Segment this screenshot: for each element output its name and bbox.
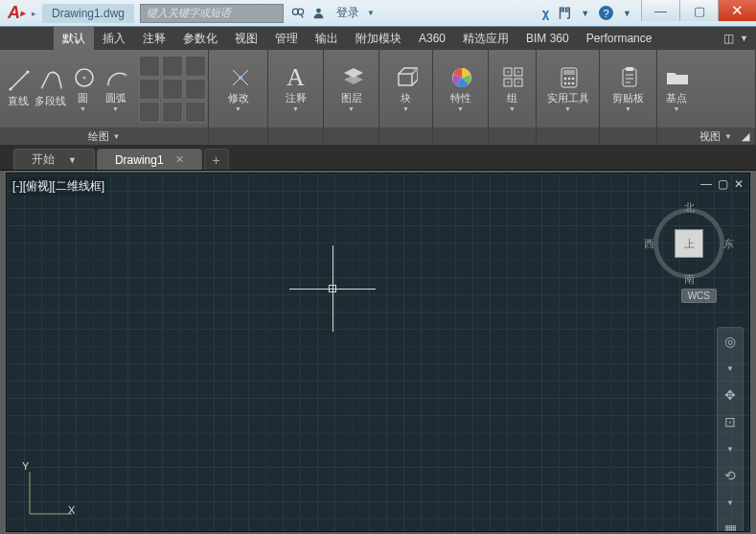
base-button[interactable]: 基点 ▼ [661, 64, 692, 114]
app-window: A▸ ▸ Drawing1.dwg 键入关键字或短语 登录 ▼ χ ⾨ ▼ ? … [0, 0, 756, 534]
group-draw-title[interactable]: 绘图▼ [0, 128, 208, 145]
tab-parametric[interactable]: 参数化 [174, 27, 226, 50]
draw-small-5[interactable] [162, 79, 183, 100]
polyline-button[interactable]: 多段线 [35, 67, 66, 110]
nav-dropdown-2[interactable]: ▼ [721, 439, 740, 458]
svg-point-28 [567, 77, 570, 80]
wcs-badge[interactable]: WCS [681, 289, 717, 303]
props-button[interactable]: 特性 ▼ [446, 64, 476, 114]
util-dropdown[interactable]: ▼ [564, 105, 571, 112]
viewcube-north[interactable]: 北 [684, 200, 695, 215]
viewcube-face[interactable]: 上 [675, 229, 703, 258]
exchange-icon[interactable]: χ [542, 6, 549, 20]
tab-featured[interactable]: 精选应用 [454, 27, 517, 50]
close-button[interactable]: ✕ [718, 0, 756, 21]
drawing-canvas[interactable]: [-][俯视][二维线框] ― ▢ ✕ 上 北 南 东 西 WCS ◎ ▼ ✥ … [6, 173, 750, 532]
tab-a360[interactable]: A360 [410, 27, 454, 50]
props-dropdown[interactable]: ▼ [457, 105, 464, 112]
nav-dropdown-1[interactable]: ▼ [721, 359, 740, 378]
start-tab[interactable]: 开始 ▼ [13, 149, 95, 170]
tab-manage[interactable]: 管理 [266, 27, 307, 50]
tab-default[interactable]: 默认 [54, 27, 94, 50]
orbit-icon[interactable]: ⟲ [721, 466, 740, 485]
viewcube-south[interactable]: 南 [684, 272, 695, 287]
tab-performance[interactable]: Performance [578, 27, 661, 50]
polyline-label: 多段线 [34, 94, 66, 108]
maximize-button[interactable]: ▢ [679, 0, 718, 21]
viewcube-west[interactable]: 西 [644, 237, 654, 251]
pan-icon[interactable]: ✥ [721, 385, 740, 405]
circle-label: 圆 [78, 91, 88, 105]
draw-small-2[interactable] [162, 56, 183, 77]
tab-insert[interactable]: 插入 [94, 27, 134, 50]
tab-annotate[interactable]: 注释 [134, 27, 174, 50]
tab-view[interactable]: 视图 [226, 27, 266, 50]
nav-wheel-icon[interactable]: ◎ [721, 332, 740, 351]
modify-button[interactable]: 修改 ▼ [223, 64, 254, 114]
draw-small-8[interactable] [162, 102, 183, 123]
group-base-title[interactable]: 视图▼◢ [657, 128, 755, 145]
tab-addins[interactable]: 附加模块 [347, 27, 410, 50]
ribbon-panel-icon[interactable]: ◫ [723, 32, 734, 45]
qat-handle[interactable]: ▸ [29, 9, 38, 18]
util-button[interactable]: 实用工具 ▼ [544, 64, 592, 114]
drawing-tab[interactable]: Drawing1 ✕ [97, 149, 202, 170]
search-input[interactable]: 键入关键字或短语 [140, 4, 284, 23]
group-dropdown[interactable]: ▼ [509, 105, 515, 112]
tab-output[interactable]: 输出 [307, 27, 347, 50]
svg-point-14 [239, 76, 242, 80]
group-icon [501, 66, 524, 89]
ucs-icon[interactable]: Y X [22, 464, 80, 522]
draw-small-4[interactable] [139, 79, 160, 100]
minimize-button[interactable]: ― [641, 0, 679, 21]
user-icon[interactable] [312, 7, 325, 19]
layer-dropdown[interactable]: ▼ [348, 105, 355, 112]
viewcube-east[interactable]: 东 [723, 237, 734, 251]
zoom-extents-icon[interactable]: ⊡ [721, 412, 740, 431]
arc-dropdown[interactable]: ▼ [112, 105, 119, 112]
start-tab-dropdown[interactable]: ▼ [68, 155, 77, 165]
modify-dropdown[interactable]: ▼ [235, 105, 241, 112]
viewport-maximize[interactable]: ▢ [718, 177, 728, 191]
viewport-label[interactable]: [-][俯视][二维线框] [11, 177, 106, 196]
app-logo[interactable]: A▸ [0, 0, 29, 27]
draw-small-9[interactable] [185, 102, 206, 123]
ribbon-group-base: 基点 ▼ 视图▼◢ [657, 50, 756, 145]
clip-button[interactable]: 剪贴板 ▼ [609, 64, 647, 114]
circle-button[interactable]: 圆 ▼ [68, 64, 99, 114]
draw-small-7[interactable] [139, 102, 160, 123]
group-button[interactable]: 组 ▼ [497, 64, 528, 114]
help-icon[interactable]: ? [599, 6, 613, 20]
nav-dropdown-3[interactable]: ▼ [721, 493, 740, 512]
draw-small-3[interactable] [185, 56, 206, 77]
titlebar: A▸ ▸ Drawing1.dwg 键入关键字或短语 登录 ▼ χ ⾨ ▼ ? … [0, 0, 756, 27]
new-tab-button[interactable]: + [204, 149, 229, 170]
group-block-title [379, 128, 432, 145]
clip-dropdown[interactable]: ▼ [625, 105, 631, 112]
block-button[interactable]: 块 ▼ [391, 64, 422, 114]
arc-button[interactable]: 圆弧 ▼ [101, 64, 131, 114]
help-dropdown[interactable]: ▼ [623, 9, 631, 18]
a360-icon[interactable]: ⾨ [559, 5, 571, 22]
draw-small-6[interactable] [185, 79, 206, 100]
tab-bim360[interactable]: BIM 360 [517, 27, 578, 50]
viewcube[interactable]: 上 北 南 东 西 [648, 202, 730, 285]
line-button[interactable]: 直线 [3, 67, 34, 110]
ribbon-collapse-icon[interactable]: ▼ [740, 34, 748, 43]
showmotion-icon[interactable]: ▦ [721, 520, 740, 532]
annotate-dropdown[interactable]: ▼ [292, 105, 299, 112]
layer-button[interactable]: 图层 ▼ [336, 64, 367, 114]
login-link[interactable]: 登录 [336, 5, 359, 21]
annotate-button[interactable]: A 注释 ▼ [281, 64, 311, 114]
draw-small-1[interactable] [139, 56, 160, 77]
base-label: 基点 [666, 91, 687, 105]
viewport-close[interactable]: ✕ [734, 177, 744, 191]
block-dropdown[interactable]: ▼ [402, 105, 409, 112]
viewport-minimize[interactable]: ― [700, 177, 712, 191]
circle-dropdown[interactable]: ▼ [80, 105, 86, 112]
base-dropdown[interactable]: ▼ [674, 105, 680, 112]
search-icon[interactable] [291, 7, 305, 20]
login-dropdown[interactable]: ▼ [367, 9, 375, 17]
dropdown-icon[interactable]: ▼ [581, 9, 589, 18]
drawing-tab-close[interactable]: ✕ [175, 153, 184, 166]
